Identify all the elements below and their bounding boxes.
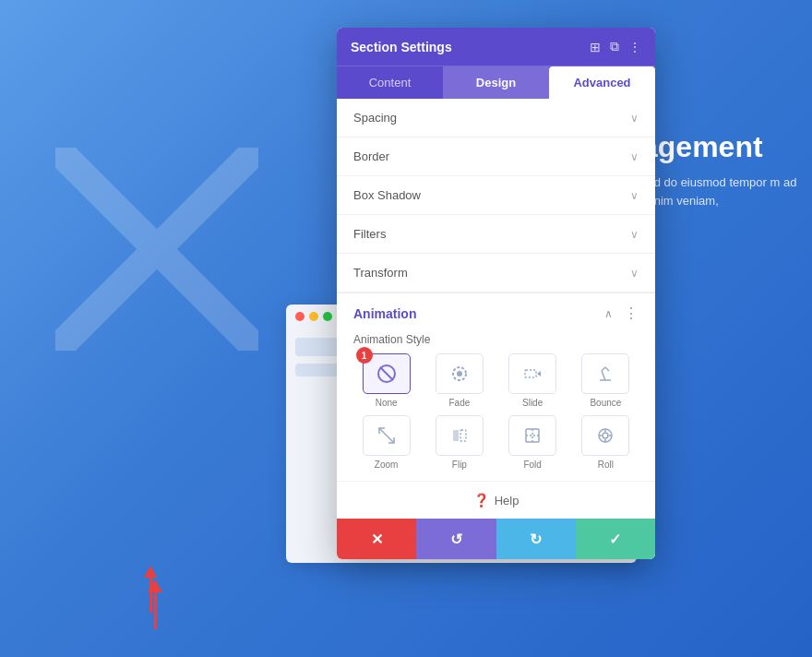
border-chevron: ∨ [630, 150, 639, 163]
redo-button[interactable]: ↻ [496, 519, 576, 559]
tab-advanced[interactable]: Advanced [549, 66, 655, 99]
anim-flip-label: Flip [452, 460, 467, 470]
redo-icon: ↻ [530, 531, 542, 548]
deco-x-icon [55, 148, 258, 351]
anim-slide-box [508, 353, 556, 394]
anim-fold-icon [522, 425, 543, 446]
dot-green [323, 312, 332, 321]
svg-rect-15 [526, 429, 539, 442]
anim-zoom[interactable]: Zoom [353, 415, 419, 470]
anim-roll-icon [595, 425, 615, 446]
anim-fade-box [436, 353, 484, 394]
svg-line-11 [605, 367, 609, 371]
anim-badge: 1 [356, 347, 373, 364]
anim-flip-box [436, 415, 484, 456]
anim-none-box: 1 [363, 353, 411, 394]
filters-label: Filters [353, 227, 386, 241]
box-shadow-label: Box Shadow [353, 188, 421, 202]
animation-header-right: ∧ ⋮ [604, 305, 639, 322]
anim-zoom-icon [376, 425, 397, 446]
section-box-shadow[interactable]: Box Shadow ∨ [337, 176, 655, 215]
panel-header: Section Settings ⊞ ⧉ ⋮ [337, 28, 655, 66]
tab-design[interactable]: Design [443, 66, 549, 99]
box-shadow-chevron: ∨ [630, 189, 639, 202]
anim-slide[interactable]: Slide [500, 353, 566, 408]
help-label: Help [495, 494, 519, 508]
section-spacing[interactable]: Spacing ∨ [337, 99, 655, 137]
anim-flip-icon [449, 425, 470, 446]
action-bar: ✕ ↺ ↻ ✓ [337, 519, 655, 559]
anim-bounce-label: Bounce [590, 398, 621, 408]
svg-rect-13 [453, 430, 459, 441]
anim-fade-icon [449, 364, 470, 384]
anim-roll-box [581, 415, 629, 456]
transform-chevron: ∨ [630, 267, 639, 280]
svg-line-12 [379, 428, 394, 443]
spacing-label: Spacing [353, 111, 397, 125]
focus-icon[interactable]: ⊞ [590, 40, 601, 54]
layout-icon[interactable]: ⧉ [610, 39, 619, 54]
cancel-button[interactable]: ✕ [337, 519, 416, 559]
anim-roll[interactable]: Roll [573, 415, 639, 470]
anim-none-icon [376, 364, 397, 384]
help-row[interactable]: ❓ Help [337, 481, 655, 519]
anim-fold[interactable]: Fold [500, 415, 566, 470]
anim-bounce-icon [595, 364, 615, 384]
anim-bounce[interactable]: Bounce [573, 353, 639, 408]
svg-line-3 [380, 367, 393, 380]
save-icon: ✓ [609, 531, 621, 548]
arrow-shaft [149, 578, 152, 613]
anim-roll-label: Roll [598, 460, 614, 470]
cancel-icon: ✕ [371, 531, 383, 548]
more-icon[interactable]: ⋮ [628, 40, 641, 54]
anim-none[interactable]: 1 None [353, 353, 419, 408]
help-icon: ❓ [473, 493, 489, 508]
arrow-head [144, 566, 157, 578]
up-arrow [144, 566, 157, 613]
svg-marker-7 [537, 371, 541, 376]
animation-more-icon[interactable]: ⋮ [624, 305, 639, 322]
anim-zoom-label: Zoom [375, 460, 399, 470]
svg-rect-6 [525, 370, 536, 377]
anim-slide-icon [522, 364, 543, 384]
svg-point-5 [457, 371, 462, 376]
anim-fade-label: Fade [448, 398, 470, 408]
animation-title: Animation [353, 306, 416, 321]
panel-title: Section Settings [351, 40, 452, 54]
anim-zoom-box [363, 415, 411, 456]
animation-chevron-up: ∧ [604, 307, 613, 320]
animation-section: Animation ∧ ⋮ Animation Style 1 [337, 293, 655, 519]
right-preview: agement sed do eiusmod tempor m ad minim… [627, 111, 812, 228]
animation-header[interactable]: Animation ∧ ⋮ [337, 293, 655, 333]
animation-style-label: Animation Style [337, 333, 655, 353]
anim-none-label: None [376, 398, 398, 408]
anim-fold-label: Fold [523, 460, 541, 470]
panel-header-icons: ⊞ ⧉ ⋮ [590, 39, 641, 54]
section-filters[interactable]: Filters ∨ [337, 215, 655, 254]
preview-body: sed do eiusmod tempor m ad minim veniam, [641, 173, 798, 209]
anim-fade[interactable]: Fade [426, 353, 492, 408]
border-label: Border [353, 149, 389, 163]
svg-line-9 [602, 371, 605, 380]
preview-heading: agement [641, 129, 798, 164]
save-button[interactable]: ✓ [576, 519, 655, 559]
anim-slide-label: Slide [522, 398, 543, 408]
anim-fold-box [508, 415, 556, 456]
anim-bounce-box [581, 353, 629, 394]
dot-yellow [309, 312, 318, 321]
section-transform[interactable]: Transform ∨ [337, 254, 655, 293]
section-border[interactable]: Border ∨ [337, 137, 655, 176]
anim-flip[interactable]: Flip [426, 415, 492, 470]
svg-rect-14 [460, 430, 466, 441]
panel-tabs: Content Design Advanced [337, 66, 655, 99]
reset-button[interactable]: ↺ [416, 519, 496, 559]
filters-chevron: ∨ [630, 228, 639, 241]
spacing-chevron: ∨ [630, 112, 639, 125]
svg-line-10 [602, 367, 605, 371]
tab-content[interactable]: Content [337, 66, 443, 99]
panel-body: Spacing ∨ Border ∨ Box Shadow ∨ Filters … [337, 99, 655, 559]
animation-grid: 1 None [337, 353, 655, 481]
dot-red [295, 312, 304, 321]
reset-icon: ↺ [450, 531, 462, 548]
svg-point-19 [603, 433, 608, 438]
